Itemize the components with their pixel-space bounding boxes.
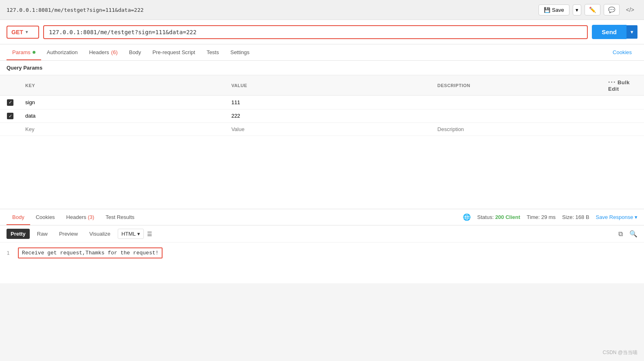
status-label: Status: 200 Client	[477, 214, 521, 220]
line-number-1: 1	[7, 250, 10, 256]
response-tab-test-results-label: Test Results	[106, 214, 134, 220]
comment-icon: 💬	[608, 7, 615, 13]
response-section: Body Cookies Headers (3) Test Results 🌐 …	[0, 209, 644, 283]
table-row	[0, 109, 644, 123]
response-line-1: 1 Receive get request,Thamks for the req…	[7, 247, 637, 258]
send-button[interactable]: Send	[592, 25, 626, 39]
row3-value-cell	[226, 123, 433, 136]
tab-body-label: Body	[129, 49, 141, 55]
format-type-label: HTML	[121, 231, 136, 237]
row1-value-cell	[226, 96, 433, 109]
row1-value-input[interactable]	[231, 99, 428, 105]
tab-headers-label: Headers	[89, 49, 109, 55]
tab-authorization[interactable]: Authorization	[41, 44, 84, 60]
globe-icon: 🌐	[463, 213, 471, 221]
tab-cookies-label: Cookies	[613, 49, 632, 55]
row1-key-input[interactable]	[25, 99, 222, 105]
copy-icon[interactable]: ⧉	[618, 230, 623, 238]
row3-value-input[interactable]	[231, 126, 428, 132]
response-tab-headers-label: Headers	[66, 214, 86, 220]
request-bar: GET ▾ Send ▾	[0, 20, 644, 44]
more-options-icon[interactable]: ···	[608, 79, 616, 85]
url-input[interactable]	[43, 25, 588, 39]
response-tab-body-label: Body	[12, 214, 24, 220]
code-icon: </>	[626, 7, 634, 13]
th-check	[0, 75, 20, 96]
tab-settings-label: Settings	[230, 49, 249, 55]
response-status-bar: 🌐 Status: 200 Client Time: 29 ms Size: 1…	[463, 213, 637, 221]
format-tab-pretty[interactable]: Pretty	[7, 229, 30, 239]
response-tabs: Body Cookies Headers (3) Test Results 🌐 …	[0, 209, 644, 225]
row1-actions-cell	[603, 96, 644, 109]
row1-checkbox[interactable]	[7, 99, 13, 106]
filter-icon[interactable]: ☰	[147, 231, 152, 237]
save-chevron-button[interactable]: ▾	[573, 4, 581, 15]
row2-check-cell	[0, 109, 20, 123]
chevron-down-icon: ▾	[576, 7, 578, 13]
method-selector[interactable]: GET ▾	[7, 26, 39, 39]
row2-desc-cell	[433, 109, 603, 123]
time-label: Time: 29 ms	[527, 214, 556, 220]
send-chevron-icon: ▾	[631, 29, 633, 35]
tab-body[interactable]: Body	[123, 44, 147, 60]
params-table: KEY VALUE DESCRIPTION ··· Bulk Edit	[0, 75, 644, 136]
row3-key-cell	[20, 123, 226, 136]
params-dot	[33, 51, 35, 54]
top-bar: 127.0.0.1:8081/me/testget?sign=111&data=…	[0, 0, 644, 20]
save-button[interactable]: 💾 Save	[538, 4, 569, 15]
save-icon: 💾	[544, 7, 550, 13]
tab-headers[interactable]: Headers (6)	[84, 44, 123, 60]
comment-icon-button[interactable]: 💬	[604, 4, 620, 15]
empty-params-space	[0, 136, 644, 209]
tab-tests[interactable]: Tests	[201, 44, 224, 60]
format-tab-preview[interactable]: Preview	[55, 229, 82, 239]
row3-check-cell	[0, 123, 20, 136]
row3-key-input[interactable]	[25, 126, 222, 132]
row2-value-input[interactable]	[231, 113, 428, 119]
row2-key-cell	[20, 109, 226, 123]
send-chevron-button[interactable]: ▾	[626, 25, 637, 39]
headers-badge: (6)	[111, 49, 118, 55]
code-button[interactable]: </>	[623, 4, 637, 15]
response-tab-test-results[interactable]: Test Results	[100, 209, 140, 225]
method-chevron-icon: ▾	[26, 30, 28, 34]
response-tab-body[interactable]: Body	[7, 209, 30, 225]
response-body: 1 Receive get request,Thamks for the req…	[0, 243, 644, 283]
table-row	[0, 123, 644, 136]
row1-check-cell	[0, 96, 20, 109]
format-tab-visualize[interactable]: Visualize	[85, 229, 114, 239]
format-tab-raw[interactable]: Raw	[33, 229, 52, 239]
top-bar-title: 127.0.0.1:8081/me/testget?sign=111&data=…	[7, 7, 144, 13]
response-code-1: Receive get request,Thamks for the reque…	[18, 247, 163, 258]
table-row	[0, 96, 644, 109]
tab-pre-request-script[interactable]: Pre-request Script	[147, 44, 201, 60]
pencil-icon: ✏️	[589, 7, 596, 13]
response-tab-cookies[interactable]: Cookies	[30, 209, 61, 225]
tab-params-label: Params	[12, 49, 31, 55]
row1-desc-cell	[433, 96, 603, 109]
tab-params[interactable]: Params	[7, 44, 41, 60]
row2-desc-input[interactable]	[437, 113, 598, 119]
row3-actions-cell	[603, 123, 644, 136]
row3-desc-input[interactable]	[437, 126, 598, 132]
row2-checkbox[interactable]	[7, 113, 13, 119]
row1-desc-input[interactable]	[437, 99, 598, 105]
response-tab-headers[interactable]: Headers (3)	[61, 209, 100, 225]
th-value: VALUE	[226, 75, 433, 96]
top-bar-actions: 💾 Save ▾ ✏️ 💬 </>	[538, 4, 637, 15]
row3-desc-cell	[433, 123, 603, 136]
row2-key-input[interactable]	[25, 113, 222, 119]
save-response-button[interactable]: Save Response ▾	[596, 214, 637, 220]
params-section: Query Params KEY VALUE DESCRIPTION ··· B…	[0, 61, 644, 136]
tab-cookies[interactable]: Cookies	[607, 44, 637, 60]
th-actions: ··· Bulk Edit	[603, 75, 644, 96]
edit-icon-button[interactable]: ✏️	[585, 4, 600, 15]
response-body-wrapper: 1 Receive get request,Thamks for the req…	[0, 243, 644, 283]
save-response-chevron-icon: ▾	[635, 214, 637, 220]
row1-key-cell	[20, 96, 226, 109]
tab-settings[interactable]: Settings	[224, 44, 255, 60]
format-type-selector[interactable]: HTML ▾	[118, 229, 144, 239]
format-bar: Pretty Raw Preview Visualize HTML ▾ ☰ ⧉ …	[0, 225, 644, 243]
search-icon[interactable]: 🔍	[629, 230, 637, 238]
size-label: Size: 168 B	[562, 214, 589, 220]
